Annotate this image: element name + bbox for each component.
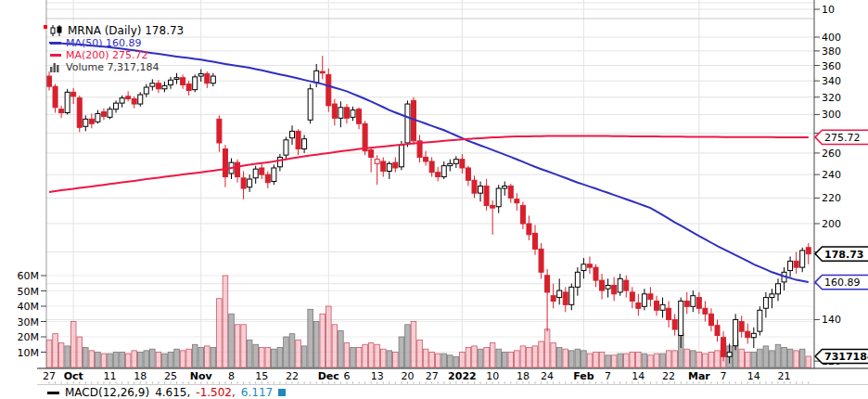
ma50-line-swatch	[50, 42, 61, 45]
svg-text:18: 18	[134, 370, 147, 382]
svg-text:7317184: 7317184	[824, 351, 868, 363]
axis-badges: 275.72178.73160.897317184	[815, 130, 868, 363]
svg-text:340: 340	[822, 75, 841, 87]
svg-text:Feb: Feb	[573, 370, 594, 382]
svg-text:Nov: Nov	[190, 370, 213, 382]
svg-text:13: 13	[371, 370, 384, 382]
svg-text:300: 300	[822, 109, 841, 121]
svg-text:6: 6	[343, 370, 350, 382]
top-panel: 10	[46, 3, 835, 19]
svg-text:360: 360	[822, 60, 841, 72]
svg-text:25: 25	[164, 370, 177, 382]
svg-text:22: 22	[286, 370, 299, 382]
svg-text:20M: 20M	[18, 331, 40, 343]
ma200-line-swatch	[50, 54, 61, 57]
svg-text:400: 400	[822, 32, 841, 44]
ma50-line	[49, 43, 809, 282]
svg-text:40M: 40M	[18, 301, 40, 313]
svg-text:14: 14	[747, 370, 760, 382]
macd-legend: MACD(12,26,9) 4.615, -1.502, 6.117	[47, 386, 286, 399]
svg-text:14: 14	[632, 370, 645, 382]
axis-labels: 40038036034032030026024022020014012060M5…	[18, 32, 842, 367]
svg-text:380: 380	[822, 45, 841, 58]
date-axis-labels: 27Oct111825Nov81522Dec61320272022101824F…	[43, 370, 809, 384]
svg-text:24: 24	[541, 370, 554, 382]
macd-line-swatch	[47, 392, 59, 394]
svg-text:27: 27	[43, 370, 56, 382]
stock-chart-panel: 1040038036034032030026024022020014012060…	[0, 0, 868, 399]
svg-text:11: 11	[104, 370, 117, 382]
moving-average-lines	[49, 43, 809, 282]
svg-text:8: 8	[228, 370, 235, 382]
svg-text:7: 7	[605, 370, 611, 382]
svg-text:140: 140	[822, 314, 841, 326]
svg-text:27: 27	[426, 370, 439, 382]
svg-text:18: 18	[517, 370, 530, 382]
svg-text:10M: 10M	[18, 347, 40, 359]
svg-text:20: 20	[401, 370, 414, 382]
svg-text:320: 320	[822, 92, 841, 104]
macd-histogram-swatch	[278, 389, 286, 396]
macd-histogram-value: 6.117	[241, 386, 273, 399]
svg-text:240: 240	[822, 169, 841, 181]
svg-text:220: 220	[822, 192, 841, 204]
svg-text:Oct: Oct	[64, 370, 83, 382]
svg-text:7: 7	[721, 370, 727, 382]
svg-text:15: 15	[255, 370, 268, 382]
chart-legend: MRNA (Daily) 178.73 MA(50) 160.89 MA(200…	[50, 23, 184, 73]
candlestick-icon	[50, 25, 63, 36]
volume-label: Volume 7,317,184	[66, 61, 159, 73]
svg-text:Mar: Mar	[688, 370, 710, 382]
svg-text:200: 200	[822, 218, 841, 230]
svg-text:2022: 2022	[448, 370, 477, 382]
ma50-badge: 160.89	[815, 276, 868, 290]
macd-label: MACD(12,26,9)	[65, 386, 149, 399]
last-price-badge: 178.73	[815, 247, 868, 261]
macd-signal-value: -1.502,	[196, 386, 236, 399]
symbol-title: MRNA (Daily) 178.73	[68, 24, 184, 37]
ma200-line	[49, 136, 809, 192]
ma200-badge: 275.72	[815, 130, 868, 144]
svg-text:260: 260	[822, 148, 841, 160]
volume-badge: 7317184	[815, 349, 868, 363]
svg-text:60M: 60M	[18, 270, 40, 282]
ma200-label: MA(200) 275.72	[66, 49, 148, 61]
svg-text:10: 10	[822, 4, 835, 16]
svg-text:275.72: 275.72	[824, 132, 861, 144]
svg-text:30M: 30M	[18, 316, 40, 328]
svg-text:178.73: 178.73	[824, 249, 863, 261]
candles	[47, 56, 811, 363]
svg-text:50M: 50M	[18, 286, 40, 298]
svg-text:21: 21	[778, 370, 791, 382]
red-marker-dot	[44, 25, 47, 29]
macd-value: 4.615,	[155, 386, 190, 399]
ma50-label: MA(50) 160.89	[66, 37, 142, 49]
svg-text:22: 22	[662, 370, 675, 382]
svg-text:160.89: 160.89	[824, 277, 861, 289]
svg-text:Dec: Dec	[318, 370, 339, 382]
svg-text:10: 10	[486, 370, 499, 382]
volume-icon	[50, 63, 61, 72]
